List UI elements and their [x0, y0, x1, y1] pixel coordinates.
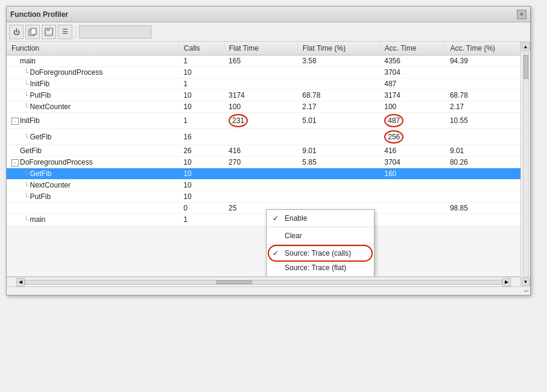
svg-rect-1: [31, 28, 36, 34]
cell-acc-time: 3704: [379, 67, 445, 78]
tree-toggle[interactable]: -: [11, 159, 19, 166]
title-bar: Function Profiler ×: [7, 7, 530, 22]
table-row[interactable]: main11653.58435694.39: [7, 55, 520, 67]
col-calls: Calls: [179, 42, 224, 55]
table-row[interactable]: └main1: [7, 214, 520, 226]
cell-calls: 10: [179, 101, 224, 113]
function-name: NextCounter: [30, 181, 71, 189]
cell-calls: 10: [179, 90, 224, 101]
table-row[interactable]: -InitFib12315.0148710.55: [7, 113, 520, 129]
enable-menu-item[interactable]: Enable: [267, 211, 374, 226]
cell-function: └NextCounter: [7, 180, 179, 191]
cell-acc-time-pct: [445, 191, 520, 203]
scroll-right-arrow[interactable]: ▶: [502, 278, 511, 286]
table-row[interactable]: 02598.85: [7, 203, 520, 214]
scroll-down-arrow[interactable]: ▼: [522, 277, 530, 286]
cell-function: └NextCounter: [7, 101, 179, 113]
table-row[interactable]: └NextCounter10: [7, 180, 520, 191]
profiler-table: Function Calls Flat Time Flat Time (%) A…: [7, 42, 520, 226]
vertical-scrollbar[interactable]: ▲ ▼: [520, 42, 530, 286]
cell-function: main: [7, 55, 179, 67]
scroll-left-arrow[interactable]: ◀: [16, 278, 25, 286]
cell-flat-time: 231: [224, 113, 297, 129]
tree-toggle[interactable]: -: [11, 118, 19, 125]
table-row[interactable]: └PutFib10317468.78317468.78: [7, 90, 520, 101]
cell-flat-time-pct: [297, 168, 379, 180]
cell-acc-time-pct: [445, 78, 520, 90]
col-function: Function: [7, 42, 179, 55]
cell-function: GetFib: [7, 145, 179, 157]
table-row[interactable]: └GetFib16256: [7, 129, 520, 145]
cell-acc-time-pct: 94.39: [445, 55, 520, 67]
cell-acc-time-pct: [445, 180, 520, 191]
filter-button[interactable]: ☰: [58, 25, 72, 39]
vert-scroll-thumb[interactable]: [523, 55, 528, 79]
cell-flat-time-pct: 9.01: [297, 145, 379, 157]
cell-flat-time-pct: [297, 78, 379, 90]
power-button[interactable]: ⏻: [9, 25, 24, 39]
circled-value: 231: [229, 114, 248, 127]
cell-acc-time: [379, 191, 445, 203]
svg-rect-3: [46, 28, 50, 31]
cell-flat-time: 3174: [224, 90, 297, 101]
toolbar: ⏻ ☰: [7, 22, 530, 42]
cell-acc-time: [379, 203, 445, 214]
vert-scroll-track[interactable]: [523, 51, 529, 277]
cell-acc-time-pct: [445, 168, 520, 180]
cell-calls: 26: [179, 145, 224, 157]
cell-function: └InitFib: [7, 78, 179, 90]
cell-function: └GetFib: [7, 129, 179, 145]
function-name: GetFib: [20, 147, 42, 155]
table-row[interactable]: └PutFib10: [7, 191, 520, 203]
function-name: GetFib: [30, 133, 52, 141]
cell-acc-time: 487: [379, 113, 445, 129]
cell-acc-time: 487: [379, 78, 445, 90]
trace-calls-menu-item[interactable]: Source: Trace (calls): [267, 246, 374, 261]
horizontal-scrollbar[interactable]: ◀ ▶: [7, 277, 520, 286]
cell-acc-time: [379, 214, 445, 226]
table-row[interactable]: └InitFib1487: [7, 78, 520, 90]
cell-flat-time: 165: [224, 55, 297, 67]
scroll-thumb[interactable]: [216, 280, 252, 284]
function-name: InitFib: [30, 80, 50, 88]
table-row[interactable]: └GetFib10160: [7, 168, 520, 180]
cell-calls: 1: [179, 214, 224, 226]
cell-acc-time: 256: [379, 129, 445, 145]
save-button[interactable]: [42, 25, 56, 39]
close-button[interactable]: ×: [517, 10, 526, 19]
cell-flat-time-pct: [297, 129, 379, 145]
cell-flat-time-pct: 5.01: [297, 113, 379, 129]
copy-button[interactable]: [25, 25, 40, 39]
cell-flat-time: 100: [224, 101, 297, 113]
cell-calls: 1: [179, 55, 224, 67]
trace-flat-menu-item[interactable]: Source: Trace (flat): [267, 261, 374, 275]
window-title: Function Profiler: [10, 10, 68, 19]
cell-flat-time: [224, 67, 297, 78]
col-flat-time: Flat Time: [224, 42, 297, 55]
svg-rect-4: [46, 33, 52, 35]
cell-calls: 10: [179, 157, 224, 168]
cell-acc-time-pct: 68.78: [445, 90, 520, 101]
table-area: Function Calls Flat Time Flat Time (%) A…: [7, 42, 520, 286]
table-section: Function Calls Flat Time Flat Time (%) A…: [7, 42, 530, 286]
cell-flat-time: [224, 180, 297, 191]
cell-function: └DoForegroundProcess: [7, 67, 179, 78]
toolbar-separator: [75, 25, 76, 39]
table-row[interactable]: └NextCounter101002.171002.17: [7, 101, 520, 113]
menu-separator-2: [267, 244, 374, 245]
cell-acc-time: 100: [379, 101, 445, 113]
scroll-track[interactable]: [25, 280, 502, 285]
cell-acc-time: 160: [379, 168, 445, 180]
cell-function: └PutFib: [7, 90, 179, 101]
table-row[interactable]: └DoForegroundProcess103704: [7, 67, 520, 78]
cell-flat-time-pct: 2.17: [297, 101, 379, 113]
cell-calls: 10: [179, 168, 224, 180]
cell-function: [7, 203, 179, 214]
table-row[interactable]: GetFib264169.014169.01: [7, 145, 520, 157]
clear-menu-item[interactable]: Clear: [267, 229, 374, 243]
cell-acc-time-pct: 9.01: [445, 145, 520, 157]
cell-acc-time-pct: [445, 214, 520, 226]
table-row[interactable]: -DoForegroundProcess102705.85370480.26: [7, 157, 520, 168]
scroll-up-arrow[interactable]: ▲: [522, 42, 530, 51]
table-container[interactable]: Function Calls Flat Time Flat Time (%) A…: [7, 42, 520, 277]
